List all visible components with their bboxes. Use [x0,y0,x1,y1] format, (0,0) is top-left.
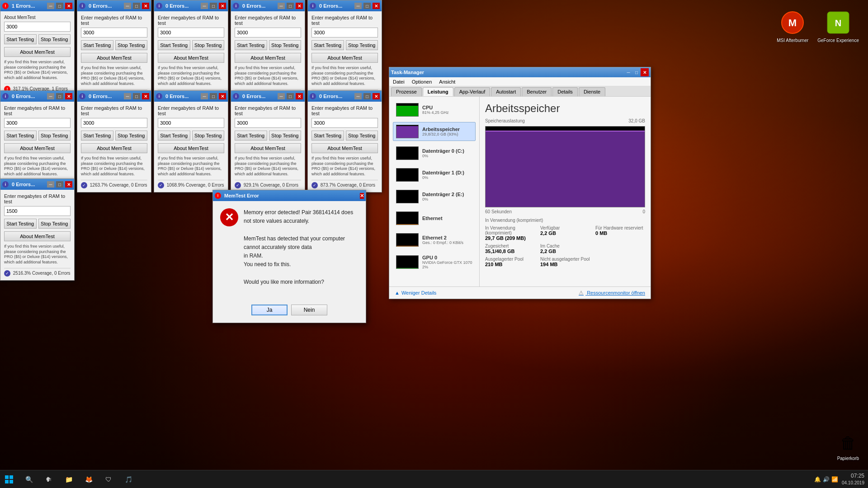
memtest-titlebar-10[interactable]: i 0 Errors... ─ □ ✕ [308,91,382,102]
taskbar-cortana-btn[interactable]: 🗣 [40,470,58,488]
minimize-btn-11[interactable]: ─ [47,181,54,188]
stop-testing-btn-7[interactable]: Stop Testing [115,131,148,141]
sidebar-datentraeger2[interactable]: Datenträger 2 (E:) 0% [393,187,476,206]
minimize-btn-3[interactable]: ─ [201,3,208,9]
ram-input-6[interactable] [4,118,71,128]
tab-appverlauf[interactable]: App-Verlauf [454,87,490,96]
memtest-titlebar-2[interactable]: i 0 Errors... ─ □ ✕ [77,0,151,11]
tab-leistung[interactable]: Leistung [423,87,453,96]
memtest-titlebar-5[interactable]: i 0 Errors... ─ □ ✕ [308,0,382,11]
tab-details[interactable]: Details [552,87,578,96]
maximize-btn-7[interactable]: □ [133,93,140,99]
start-testing-btn-11[interactable]: Start Testing [4,219,37,229]
taskbar-security-btn[interactable]: 🛡 [99,470,118,488]
about-btn-8[interactable]: About MemTest [158,143,224,153]
start-testing-btn-1[interactable]: Start Testing [4,34,37,44]
ressourcenmonitor-btn[interactable]: ⚠ Ressourcenmonitor öffnen [579,290,645,296]
start-button[interactable] [0,470,18,488]
stop-testing-btn-4[interactable]: Stop Testing [269,40,302,50]
maximize-btn-8[interactable]: □ [210,93,217,99]
tab-benutzer[interactable]: Benutzer [522,87,552,96]
ram-input-7[interactable] [81,118,147,128]
start-testing-btn-8[interactable]: Start Testing [158,131,190,141]
close-btn-7[interactable]: ✕ [142,93,149,99]
memtest-titlebar-3[interactable]: i 0 Errors... ─ □ ✕ [154,0,228,11]
stop-testing-btn-10[interactable]: Stop Testing [346,131,378,141]
start-testing-btn-2[interactable]: Start Testing [81,40,113,50]
memtest-titlebar-11[interactable]: i 0 Errors... ─ □ ✕ [0,179,74,190]
about-btn-1[interactable]: About MemTest [4,47,71,57]
close-btn-1[interactable]: ✕ [65,3,72,9]
msi-afterburner-icon[interactable]: M MSI Afterburner [777,9,808,43]
maximize-btn-3[interactable]: □ [210,3,217,9]
maximize-btn-9[interactable]: □ [287,93,294,99]
ram-input-4[interactable] [235,28,301,38]
stop-testing-btn-9[interactable]: Stop Testing [269,131,302,141]
start-testing-btn-7[interactable]: Start Testing [81,131,113,141]
about-btn-11[interactable]: About MemTest [4,231,71,241]
tab-dienste[interactable]: Dienste [579,87,605,96]
dialog-yes-btn[interactable]: Ja [251,305,288,315]
minimize-btn-2[interactable]: ─ [124,3,131,9]
recycle-bin-icon[interactable]: 🗑 Papierkorb [837,432,859,461]
minimize-btn-5[interactable]: ─ [354,3,362,9]
memtest-titlebar-6[interactable]: i 0 Errors... ─ □ ✕ [0,91,74,102]
taskmanager-minimize-btn[interactable]: ─ [624,68,632,76]
about-btn-6[interactable]: About MemTest [4,143,71,153]
sidebar-datentraeger0[interactable]: Datenträger 0 (C:) 0% [393,144,476,163]
close-btn-10[interactable]: ✕ [373,93,380,99]
memtest-titlebar-8[interactable]: i 0 Errors... ─ □ ✕ [154,91,228,102]
taskbar-amazon-btn[interactable]: 🎵 [119,470,137,488]
close-btn-6[interactable]: ✕ [65,93,72,99]
sidebar-gpu0[interactable]: GPU 0 NVIDIA GeForce GTX 1070 2% [393,252,476,272]
dialog-no-btn[interactable]: Nein [291,305,327,315]
error-dialog-titlebar[interactable]: ! MemTest Error ✕ [213,190,366,201]
minimize-btn-7[interactable]: ─ [124,93,131,99]
maximize-btn-11[interactable]: □ [56,181,63,188]
about-btn-4[interactable]: About MemTest [235,53,301,63]
maximize-btn-10[interactable]: □ [363,93,371,99]
start-testing-btn-4[interactable]: Start Testing [235,40,267,50]
taskbar-fileexplorer-btn[interactable]: 📁 [60,470,78,488]
close-btn-2[interactable]: ✕ [142,3,149,9]
start-testing-btn-9[interactable]: Start Testing [235,131,267,141]
about-btn-3[interactable]: About MemTest [158,53,224,63]
start-testing-btn-10[interactable]: Start Testing [311,131,344,141]
ram-input-5[interactable] [311,28,378,38]
about-btn-10[interactable]: About MemTest [311,143,378,153]
maximize-btn-1[interactable]: □ [56,3,63,9]
about-btn-5[interactable]: About MemTest [311,53,378,63]
menu-optionen[interactable]: Optionen [408,77,436,86]
stop-testing-btn-1[interactable]: Stop Testing [38,34,71,44]
minimize-btn-10[interactable]: ─ [354,93,362,99]
taskmanager-maximize-btn[interactable]: □ [632,68,641,76]
sidebar-cpu[interactable]: CPU 81% 4,25 GHz [393,100,476,119]
sidebar-datentraeger1[interactable]: Datenträger 1 (D:) 0% [393,165,476,184]
ram-input-2[interactable] [81,28,147,38]
tab-autostart[interactable]: Autostart [491,87,521,96]
close-btn-5[interactable]: ✕ [373,3,380,9]
about-btn-2[interactable]: About MemTest [81,53,147,63]
menu-ansicht[interactable]: Ansicht [435,77,459,86]
stop-testing-btn-11[interactable]: Stop Testing [38,219,71,229]
close-btn-4[interactable]: ✕ [296,3,303,9]
close-btn-11[interactable]: ✕ [65,181,72,188]
close-btn-8[interactable]: ✕ [219,93,226,99]
memtest-titlebar-4[interactable]: i 0 Errors... ─ □ ✕ [231,0,305,11]
taskmanager-titlebar[interactable]: Task-Manager ─ □ ✕ [389,67,651,77]
memtest-titlebar-7[interactable]: i 0 Errors... ─ □ ✕ [77,91,151,102]
minimize-btn-4[interactable]: ─ [278,3,285,9]
minimize-btn-6[interactable]: ─ [47,93,54,99]
sidebar-arbeitsspeicher[interactable]: Arbeitsspeicher 29,8/32,0 GB (93%) [393,122,476,141]
maximize-btn-5[interactable]: □ [363,3,371,9]
minimize-btn-8[interactable]: ─ [201,93,208,99]
taskbar-clock[interactable]: 07:25 04.10.2019 [842,473,864,486]
maximize-btn-6[interactable]: □ [56,93,63,99]
ram-input-10[interactable] [311,118,378,128]
taskbar-firefox-btn[interactable]: 🦊 [80,470,98,488]
sidebar-ethernet2[interactable]: Ethernet 2 Ges.: 0 Empf.: 0 KBit/s [393,230,476,249]
taskmanager-close-btn[interactable]: ✕ [641,68,649,76]
about-btn-7[interactable]: About MemTest [81,143,147,153]
sidebar-ethernet[interactable]: Ethernet [393,209,476,228]
ram-input-8[interactable] [158,118,224,128]
